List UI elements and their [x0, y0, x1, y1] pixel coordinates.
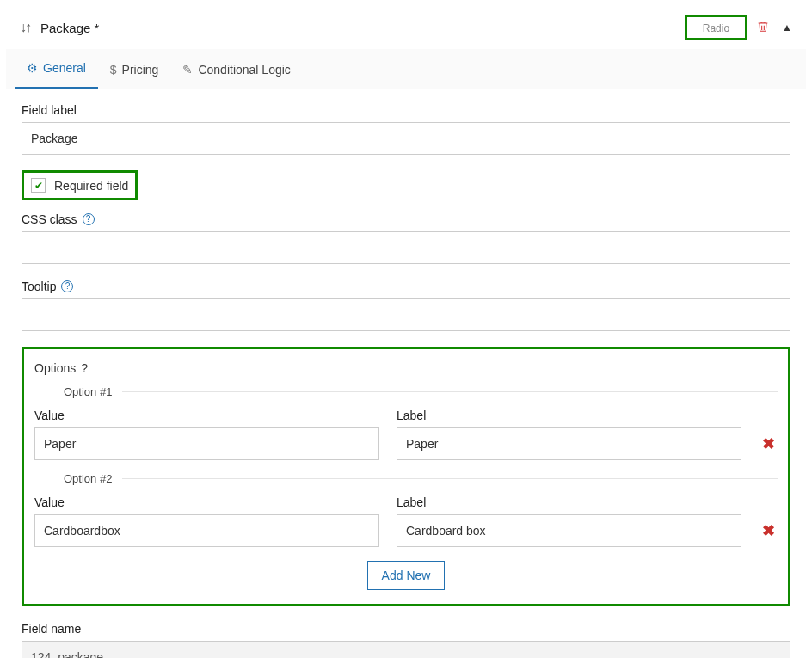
collapse-toggle[interactable]: ▲: [782, 22, 792, 34]
option-group: Option #1 Value Label ✖: [34, 385, 778, 465]
tab-general-label: General: [43, 61, 86, 75]
field-label-input[interactable]: [22, 122, 790, 155]
value-caption: Value: [34, 409, 379, 422]
field-label-caption: Field label: [22, 103, 790, 117]
css-class-caption: CSS class: [22, 212, 77, 226]
options-section: Options ? Option #1 Value Label: [22, 347, 790, 606]
tab-pricing-label: Pricing: [122, 63, 159, 77]
field-header: ↓↑ Package * Radio ▲: [6, 6, 806, 49]
option-value-input[interactable]: [34, 427, 379, 460]
tab-pricing[interactable]: $ Pricing: [98, 51, 171, 89]
help-icon[interactable]: ?: [83, 213, 95, 225]
tab-conditional[interactable]: ✎ Conditional Logic: [170, 51, 302, 89]
remove-option-button[interactable]: ✖: [759, 434, 778, 453]
field-type-text: Radio: [703, 22, 729, 34]
remove-option-button[interactable]: ✖: [759, 521, 778, 540]
option-value-input[interactable]: [34, 514, 379, 547]
tab-conditional-label: Conditional Logic: [198, 63, 290, 77]
field-name-input[interactable]: [22, 641, 790, 659]
required-label: Required field: [54, 179, 128, 193]
field-name-caption: Field name: [22, 622, 790, 636]
value-caption: Value: [34, 495, 379, 509]
tooltip-caption: Tooltip: [22, 280, 56, 293]
trash-icon: [756, 20, 770, 34]
drag-handle-icon[interactable]: ↓↑: [20, 20, 30, 35]
option-label-input[interactable]: [397, 514, 741, 547]
option-legend: Option #2: [34, 472, 122, 485]
label-caption: Label: [397, 495, 741, 509]
tabs: ⚙ General $ Pricing ✎ Conditional Logic: [6, 49, 806, 89]
option-label-input[interactable]: [397, 427, 741, 460]
field-type-badge: Radio: [685, 15, 747, 40]
tab-general[interactable]: ⚙ General: [15, 49, 98, 89]
general-panel: Field label ✔ Required field CSS class ?…: [6, 89, 806, 659]
field-title: Package *: [40, 21, 99, 35]
delete-button[interactable]: [756, 20, 770, 36]
option-legend: Option #1: [34, 385, 122, 398]
tooltip-input[interactable]: [22, 298, 790, 331]
label-caption: Label: [397, 409, 741, 422]
required-field-row[interactable]: ✔ Required field: [22, 170, 138, 200]
wand-icon: ✎: [182, 63, 193, 77]
css-class-input[interactable]: [22, 231, 790, 264]
help-icon[interactable]: ?: [61, 280, 73, 292]
help-icon[interactable]: ?: [81, 361, 88, 375]
option-group: Option #2 Value Label ✖: [34, 472, 778, 552]
required-checkbox[interactable]: ✔: [31, 178, 46, 193]
dollar-icon: $: [110, 63, 117, 77]
add-new-button[interactable]: Add New: [367, 561, 446, 590]
options-caption: Options: [34, 361, 76, 375]
gear-icon: ⚙: [27, 61, 38, 75]
